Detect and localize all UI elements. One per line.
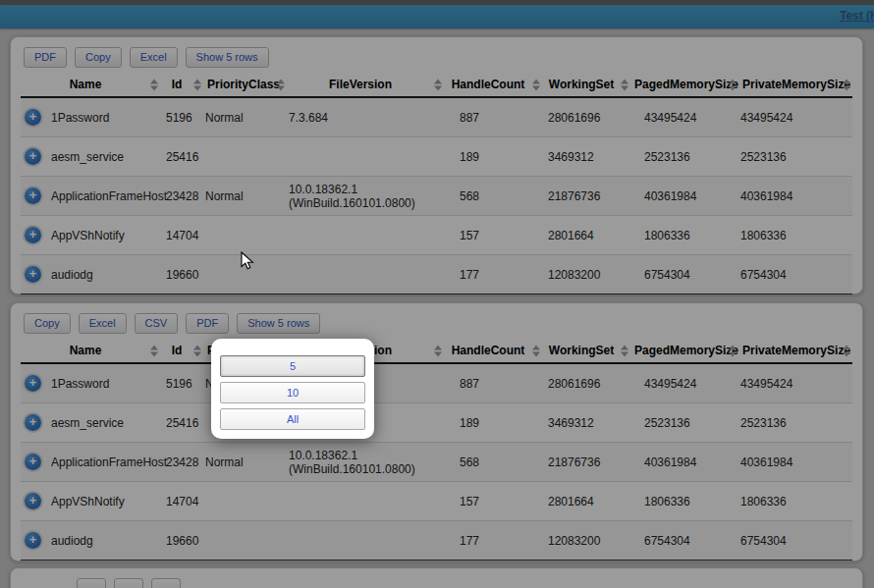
modal-overlay[interactable] xyxy=(0,0,874,588)
page: { "topbar": { "title": "Test (H" }, "tab… xyxy=(0,0,874,588)
page-length-dropdown: 5 10 All xyxy=(211,339,374,439)
length-option-10[interactable]: 10 xyxy=(220,382,365,403)
length-option-5[interactable]: 5 xyxy=(220,355,365,377)
mouse-cursor-icon xyxy=(241,251,254,275)
length-option-all[interactable]: All xyxy=(220,408,365,430)
